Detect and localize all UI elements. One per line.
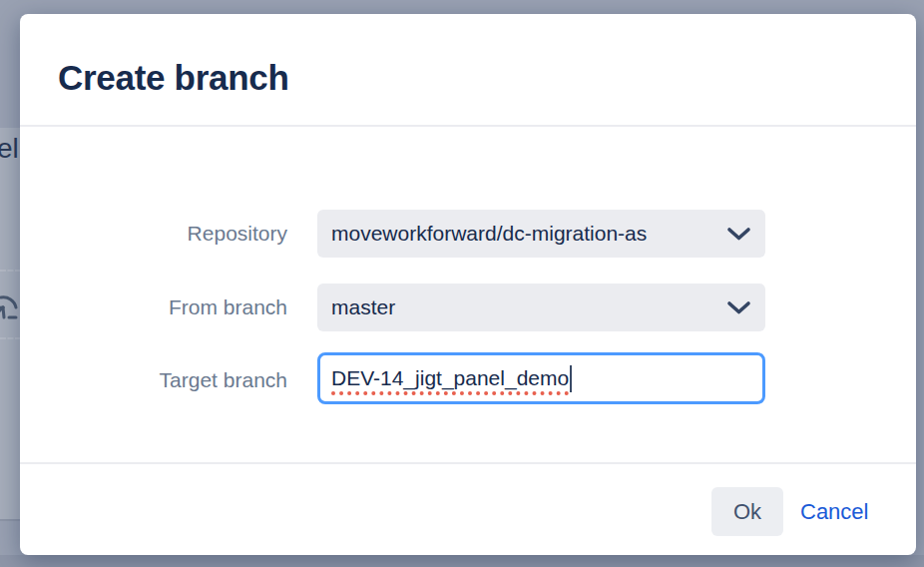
backdrop-dashed-divider <box>0 270 21 272</box>
text-cursor <box>570 365 572 392</box>
chevron-down-icon <box>726 300 751 315</box>
screen: el Create branch Repository moveworkforw… <box>0 0 924 567</box>
target-branch-input-value: DEV-14_jigt_panel_demo <box>331 366 569 390</box>
repository-select[interactable]: moveworkforward/dc-migration-as <box>317 210 765 258</box>
target-branch-label: Target branch <box>20 356 287 404</box>
from-branch-label: From branch <box>20 284 287 331</box>
create-branch-dialog: Create branch Repository moveworkforward… <box>20 14 916 555</box>
chevron-down-icon <box>726 227 751 242</box>
cancel-button[interactable]: Cancel <box>800 487 868 536</box>
dialog-title: Create branch <box>58 58 288 98</box>
header-divider <box>20 125 916 127</box>
backdrop-clipped-text: el <box>0 133 19 165</box>
target-branch-input[interactable]: DEV-14_jigt_panel_demo <box>317 352 765 404</box>
repository-label: Repository <box>20 210 287 258</box>
repository-select-value: moveworkforward/dc-migration-as <box>331 222 724 246</box>
ok-button[interactable]: Ok <box>711 487 783 536</box>
backdrop-bottom-band <box>0 555 924 567</box>
from-branch-select-value: master <box>331 295 724 319</box>
backdrop-dashed-divider <box>0 337 21 339</box>
backdrop-divider <box>0 519 20 521</box>
footer-divider <box>20 462 916 464</box>
from-branch-select[interactable]: master <box>317 284 765 331</box>
